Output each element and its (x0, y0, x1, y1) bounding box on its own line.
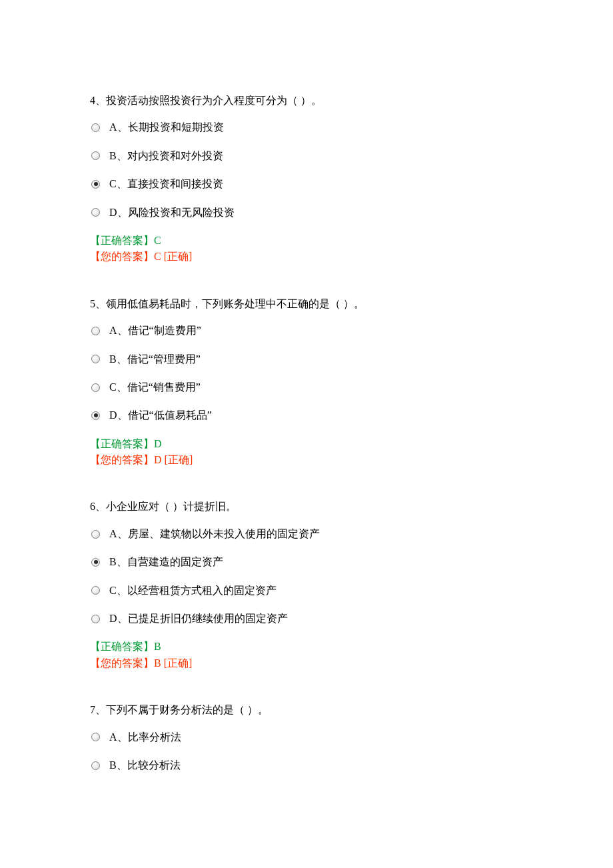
option-label: C、借记“销售费用” (109, 380, 201, 395)
correct-answer-label: 【正确答案】C (90, 233, 523, 248)
option-row[interactable]: D、风险投资和无风险投资 (91, 205, 523, 220)
option-label: D、借记“低值易耗品” (109, 408, 212, 423)
option-label: A、比率分析法 (109, 730, 181, 745)
radio-icon[interactable] (91, 761, 100, 770)
option-label: A、房屋、建筑物以外未投入使用的固定资产 (109, 527, 320, 541)
question-block: 6、小企业应对（ ）计提折旧。 A、房屋、建筑物以外未投入使用的固定资产 B、自… (90, 499, 523, 671)
option-row[interactable]: B、比较分析法 (91, 758, 523, 773)
option-label: B、借记“管理费用” (109, 352, 201, 367)
radio-icon[interactable] (91, 327, 100, 335)
radio-icon[interactable] (91, 530, 100, 539)
option-label: B、自营建造的固定资产 (109, 555, 223, 569)
question-text: 4、投资活动按照投资行为介入程度可分为（ ）。 (90, 93, 523, 108)
option-label: A、借记“制造费用” (109, 323, 201, 338)
radio-icon[interactable] (91, 208, 100, 217)
option-row[interactable]: A、长期投资和短期投资 (91, 120, 523, 135)
radio-icon[interactable] (91, 383, 100, 392)
radio-icon[interactable] (91, 558, 100, 567)
your-answer-label: 【您的答案】D [正确] (90, 453, 523, 467)
question-text: 6、小企业应对（ ）计提折旧。 (90, 499, 523, 514)
question-block: 5、领用低值易耗品时，下列账务处理中不正确的是（ ）。 A、借记“制造费用” B… (90, 297, 523, 468)
option-row[interactable]: A、比率分析法 (91, 730, 523, 745)
radio-icon[interactable] (91, 180, 100, 189)
correct-answer-label: 【正确答案】B (90, 639, 523, 654)
option-row[interactable]: A、借记“制造费用” (91, 323, 523, 338)
correct-answer-label: 【正确答案】D (90, 437, 523, 451)
option-row[interactable]: D、已提足折旧仍继续使用的固定资产 (91, 611, 523, 626)
option-label: A、长期投资和短期投资 (109, 120, 224, 135)
option-row[interactable]: D、借记“低值易耗品” (91, 408, 523, 423)
option-label: D、风险投资和无风险投资 (109, 205, 235, 220)
radio-icon[interactable] (91, 733, 100, 741)
radio-icon[interactable] (91, 151, 100, 160)
radio-icon[interactable] (91, 355, 100, 363)
question-text: 7、下列不属于财务分析法的是（ ）。 (90, 703, 523, 717)
radio-icon[interactable] (91, 615, 100, 623)
your-answer-label: 【您的答案】C [正确] (90, 249, 523, 264)
option-label: C、以经营租赁方式租入的固定资产 (109, 583, 277, 598)
radio-icon[interactable] (91, 123, 100, 132)
option-row[interactable]: C、直接投资和间接投资 (91, 177, 523, 191)
option-row[interactable]: B、对内投资和对外投资 (91, 149, 523, 163)
option-label: D、已提足折旧仍继续使用的固定资产 (109, 611, 288, 626)
option-row[interactable]: B、借记“管理费用” (91, 352, 523, 367)
question-text: 5、领用低值易耗品时，下列账务处理中不正确的是（ ）。 (90, 297, 523, 311)
option-label: C、直接投资和间接投资 (109, 177, 223, 191)
option-label: B、比较分析法 (109, 758, 181, 773)
question-block: 7、下列不属于财务分析法的是（ ）。 A、比率分析法 B、比较分析法 (90, 703, 523, 773)
option-row[interactable]: A、房屋、建筑物以外未投入使用的固定资产 (91, 527, 523, 541)
option-row[interactable]: C、以经营租赁方式租入的固定资产 (91, 583, 523, 598)
radio-icon[interactable] (91, 586, 100, 595)
question-block: 4、投资活动按照投资行为介入程度可分为（ ）。 A、长期投资和短期投资 B、对内… (90, 93, 523, 265)
option-row[interactable]: C、借记“销售费用” (91, 380, 523, 395)
your-answer-label: 【您的答案】B [正确] (90, 656, 523, 671)
option-row[interactable]: B、自营建造的固定资产 (91, 555, 523, 569)
radio-icon[interactable] (91, 411, 100, 420)
option-label: B、对内投资和对外投资 (109, 149, 223, 163)
